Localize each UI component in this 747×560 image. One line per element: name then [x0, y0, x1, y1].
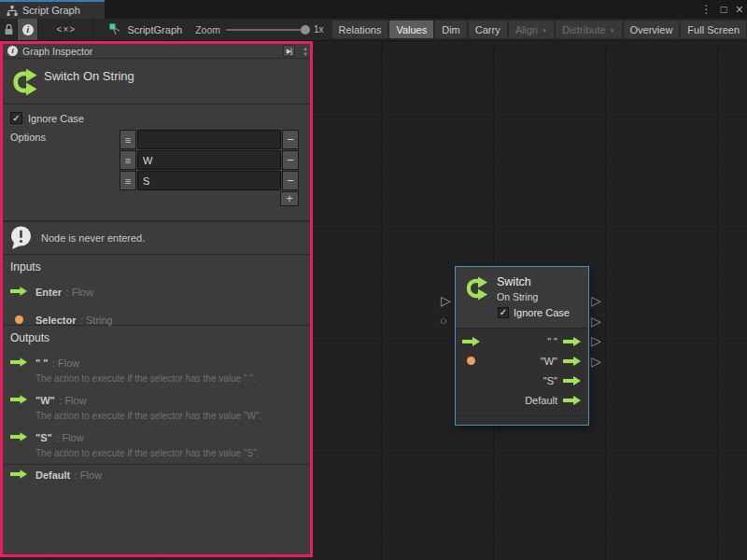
- distribute-button: Distribute ▼: [556, 21, 621, 38]
- dock-panel-button[interactable]: ▶]: [283, 45, 295, 57]
- remove-option-button[interactable]: −: [282, 150, 299, 170]
- flow-arrow-icon: [10, 287, 28, 296]
- align-button: Align ▼: [509, 21, 554, 38]
- switch-node-header[interactable]: Switch On String ✓ Ignore Case: [456, 267, 588, 329]
- values-label: Values: [396, 24, 427, 35]
- option-input[interactable]: [137, 130, 281, 149]
- info-icon: i: [22, 24, 34, 35]
- lock-icon: [4, 23, 14, 35]
- flow-arrow-icon[interactable]: [563, 396, 582, 405]
- checkbox-checked-icon[interactable]: ✓: [498, 307, 509, 318]
- flow-arrow-icon[interactable]: [563, 337, 582, 346]
- value-port-icon[interactable]: [467, 357, 475, 365]
- output-row: "S" : Flow: [10, 428, 303, 445]
- graph-inspector-panel: i Graph Inspector ▶] ▲ ▼ Switch On Strin…: [0, 41, 313, 557]
- output-row: " " : Flow: [10, 354, 303, 371]
- switch-node[interactable]: Switch On String ✓ Ignore Case " ": [455, 266, 589, 426]
- zoom-slider[interactable]: [226, 29, 308, 31]
- dim-button[interactable]: Dim: [435, 21, 467, 38]
- switch-icon: [464, 275, 490, 301]
- overview-label: Overview: [630, 24, 673, 35]
- window-titlebar: Script Graph ⋮ □ ×: [0, 0, 747, 19]
- output-name: " ": [35, 357, 49, 369]
- flow-arrow-icon[interactable]: [563, 376, 582, 385]
- inspector-toggle-button[interactable]: i: [18, 19, 38, 40]
- node-port-row: "W": [456, 351, 588, 371]
- graph-name-label: ScriptGraph: [127, 24, 182, 35]
- inspector-header: i Graph Inspector ▶] ▲ ▼: [3, 44, 310, 59]
- output-description: The action to execute if the selector ha…: [35, 411, 303, 421]
- relations-button[interactable]: Relations: [332, 21, 388, 38]
- flow-arrow-icon: [10, 395, 28, 404]
- input-row-enter: Enter : Flow: [10, 283, 303, 300]
- graph-toolbar: i <×> ScriptGraph Zoom 1x Relations Valu…: [0, 19, 747, 41]
- option-input[interactable]: [137, 171, 281, 190]
- flow-arrow-icon[interactable]: [563, 357, 582, 366]
- node-ignore-case-label: Ignore Case: [514, 307, 570, 318]
- fullscreen-button[interactable]: Full Screen: [681, 21, 746, 38]
- zoom-slider-handle[interactable]: [301, 25, 310, 35]
- input-name: Selector: [35, 315, 76, 326]
- flow-arrow-icon: [10, 432, 28, 441]
- node-subtitle: On String: [497, 291, 538, 302]
- flow-arrow-icon[interactable]: [462, 337, 481, 346]
- output-type: : Flow: [59, 395, 86, 406]
- values-button[interactable]: Values: [389, 21, 433, 38]
- output-description: The action to execute if the selector ha…: [35, 448, 303, 458]
- drag-handle-icon[interactable]: ≡: [120, 150, 136, 170]
- input-type: : String: [80, 315, 113, 326]
- node-enter-port-outside[interactable]: ▷: [441, 294, 451, 307]
- option-input[interactable]: [137, 150, 281, 170]
- close-icon[interactable]: ×: [736, 3, 743, 16]
- value-port-icon: [15, 315, 23, 324]
- options-label: Options: [10, 132, 46, 143]
- node-output-port-2-outside[interactable]: ▷: [591, 315, 601, 328]
- node-output-port-4-outside[interactable]: ▷: [591, 355, 601, 368]
- carry-button[interactable]: Carry: [469, 21, 507, 38]
- node-ignore-case-checkbox[interactable]: ✓ Ignore Case: [498, 307, 570, 318]
- drag-handle-icon[interactable]: ≡: [120, 171, 136, 190]
- kebab-menu-icon[interactable]: ⋮: [701, 4, 712, 15]
- carry-label: Carry: [475, 24, 500, 35]
- checkbox-checked-icon[interactable]: ✓: [10, 112, 22, 124]
- drag-handle-icon[interactable]: ≡: [120, 130, 136, 149]
- panel-scroll-arrows: ▲ ▼: [303, 46, 308, 57]
- add-option-button[interactable]: +: [280, 191, 299, 206]
- node-output-port-3-outside[interactable]: ▷: [591, 334, 601, 347]
- output-name: "W": [35, 395, 55, 406]
- tab-script-graph[interactable]: Script Graph: [0, 0, 105, 19]
- inputs-header: Inputs: [10, 260, 303, 273]
- remove-option-button[interactable]: −: [282, 130, 299, 149]
- node-port-row: "S": [456, 371, 588, 390]
- distribute-label: Distribute: [562, 24, 605, 35]
- ignore-case-label: Ignore Case: [28, 113, 84, 124]
- maximize-icon[interactable]: □: [721, 4, 727, 15]
- node-footer: [456, 415, 588, 424]
- output-port-label: Default: [525, 395, 557, 406]
- info-icon: i: [7, 46, 18, 56]
- scroll-down-icon[interactable]: ▼: [303, 51, 308, 57]
- option-row: ≡ −: [120, 150, 299, 170]
- node-port-row: " ": [456, 331, 588, 351]
- output-port-label: "S": [543, 375, 557, 386]
- lock-button[interactable]: [0, 19, 18, 40]
- flow-arrow-icon: [10, 357, 28, 367]
- warning-bubble-icon: [9, 226, 33, 250]
- node-output-port-1-outside[interactable]: ▷: [591, 294, 601, 307]
- ignore-case-checkbox[interactable]: ✓ Ignore Case: [10, 112, 84, 124]
- options-list: ≡ − ≡ − ≡ − +: [120, 130, 299, 206]
- inspector-title-section: Switch On String: [3, 59, 310, 105]
- graph-breadcrumb[interactable]: ScriptGraph: [94, 19, 195, 40]
- zoom-value: 1x: [314, 24, 324, 35]
- warning-text: Node is never entered.: [41, 232, 145, 244]
- graph-hierarchy-icon: [7, 6, 18, 16]
- zoom-control: Zoom 1x: [195, 19, 331, 40]
- outputs-header: Outputs: [10, 331, 303, 344]
- overview-button[interactable]: Overview: [624, 21, 680, 38]
- node-selector-port-outside[interactable]: ○: [440, 315, 447, 327]
- remove-option-button[interactable]: −: [282, 171, 299, 190]
- input-type: : Flow: [66, 287, 93, 298]
- tab-title: Script Graph: [22, 5, 80, 16]
- output-row: "W" : Flow: [10, 391, 303, 408]
- code-view-button[interactable]: <×>: [38, 19, 94, 40]
